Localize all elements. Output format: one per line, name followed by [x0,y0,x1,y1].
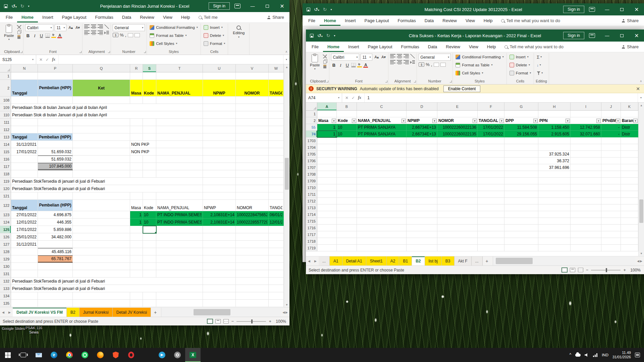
cell-U118[interactable] [203,170,236,178]
cell-N129[interactable] [11,255,38,263]
cell-C1719[interactable] [357,245,407,251]
cell-F1710[interactable] [478,184,504,191]
cell-V121[interactable] [236,192,269,200]
row-header-130[interactable]: 130 [0,263,11,270]
zoom-thumb[interactable] [606,268,607,272]
cell-N118[interactable] [11,170,38,178]
cell-D1709[interactable] [407,178,437,184]
cell-F2[interactable]: TANGGAL▾ [478,117,504,124]
cell-T115[interactable] [156,148,203,156]
zoom-out-icon[interactable]: − [586,267,589,273]
back-title-bar[interactable]: ↺▾ ↻ ▾ Matching Cost CSI 2022 Update 301… [303,3,644,15]
cell-E1704[interactable] [437,144,478,151]
cell-E55[interactable]: 100022260022136 [437,124,478,131]
cell-K1707[interactable] [621,164,638,171]
cell-R116[interactable] [130,156,143,163]
cell-A1715[interactable] [317,218,337,225]
cell-P115[interactable]: 51.659.032 [38,148,73,156]
cell-N128[interactable] [11,248,38,255]
cell-C1714[interactable] [357,211,407,218]
cell-W127[interactable] [269,241,284,248]
cell-T111[interactable] [156,119,203,126]
cell-U126[interactable] [203,233,236,241]
cell-U135[interactable] [203,300,236,307]
sign-in-button[interactable]: Sign in [563,32,584,39]
cell-W115[interactable] [269,148,284,156]
cell-T117[interactable] [156,163,203,170]
insert-cells-button[interactable]: Insert▾ [203,24,226,31]
cell-H1704[interactable] [538,144,571,151]
font-name-select[interactable]: Calibri▾ [331,54,359,61]
cell-N1[interactable] [11,72,38,80]
cell-I1709[interactable] [571,178,601,184]
cell-D1719[interactable] [407,245,437,251]
cell-Q125[interactable] [73,226,130,233]
sheet-tab-b2[interactable]: B2 [67,308,79,317]
normal-view-icon[interactable] [562,268,567,272]
front-title-bar[interactable]: ↺▾ ↻ ▾ Citra Sukses - Kertas Kerja - Lap… [306,29,644,42]
cell-H2[interactable]: PPN▾ [538,117,571,124]
column-header-J[interactable]: J [601,103,621,110]
cancel-entry-icon[interactable]: ✕ [39,57,43,62]
page-break-view-icon[interactable] [223,319,229,323]
cell-F1712[interactable] [478,198,504,204]
cell-V122[interactable]: NOMOR [236,200,269,211]
cell-T134[interactable] [156,292,203,300]
cell-F1713[interactable] [478,204,504,211]
customize-qat-icon[interactable]: ▾ [28,5,29,8]
cell-A1711[interactable] [317,191,337,198]
cell-R1[interactable] [130,72,143,80]
horizontal-scrollbar[interactable] [493,256,636,265]
cell-K1708[interactable] [621,171,638,178]
cell-N124[interactable]: 12/01/2022 [11,219,38,226]
align-middle-icon[interactable] [91,24,96,29]
cell-W132[interactable] [269,278,284,285]
cell-D1706[interactable] [407,158,437,164]
cell-A1705[interactable] [317,151,337,158]
cell-G1716[interactable] [504,225,538,231]
cell-N126[interactable]: 25/01/2022 [11,233,38,241]
cell-H1703[interactable] [538,137,571,144]
cell-V131[interactable] [236,270,269,278]
cell-E1715[interactable] [437,218,478,225]
cell-E1716[interactable] [437,225,478,231]
cell-J1[interactable] [601,111,621,117]
menu-tab-file[interactable]: File [307,42,323,52]
cell-U124[interactable]: 2,10831E+14 [203,219,236,226]
row-header-110[interactable]: 110 [0,111,11,119]
sort-filter-button[interactable]: ▾ [536,70,544,76]
cell-N127[interactable]: 31/12/2021 [11,241,38,248]
cell-N108[interactable] [11,97,38,104]
cell-T127[interactable] [156,241,203,248]
cell-T114[interactable] [156,141,203,148]
cell-B1709[interactable] [337,178,357,184]
onedrive-icon[interactable] [575,354,581,357]
menu-tab-home[interactable]: Home [323,42,344,52]
cell-K1[interactable] [621,111,638,117]
cell-B1715[interactable] [337,218,357,225]
cell-G1717[interactable] [504,231,538,238]
row-header-1719[interactable]: 1719 [306,245,317,251]
row-header-1714[interactable]: 1714 [306,211,317,218]
cell-K1718[interactable] [621,238,638,245]
fill-button[interactable]: ↓▾ [536,62,544,68]
cell-V110[interactable] [236,111,269,119]
increase-indent-icon[interactable] [410,60,415,64]
row-header-123[interactable]: 123 [0,211,11,219]
row-header-111[interactable]: 111 [0,119,11,126]
cell-V112[interactable] [236,126,269,133]
cancel-entry-icon[interactable]: ✕ [345,96,348,100]
editing-button[interactable]: Editing▾ [230,24,248,40]
sheet-tab-item[interactable]: ... [319,256,330,265]
cell-I1716[interactable] [571,225,601,231]
cell-K1716[interactable] [621,225,638,231]
cell-S121[interactable] [143,192,156,200]
cell-N110[interactable]: Persediaan Stok di bulan Januari di jual… [11,111,203,119]
accounting-format-icon[interactable]: $ [113,33,118,37]
row-header-117[interactable]: 117 [0,163,11,170]
cell-K1711[interactable] [621,191,638,198]
cell-C1709[interactable] [357,178,407,184]
taskbar-brave-button[interactable] [108,348,123,362]
cell-B1719[interactable] [337,245,357,251]
decrease-decimal-icon[interactable] [135,33,140,37]
